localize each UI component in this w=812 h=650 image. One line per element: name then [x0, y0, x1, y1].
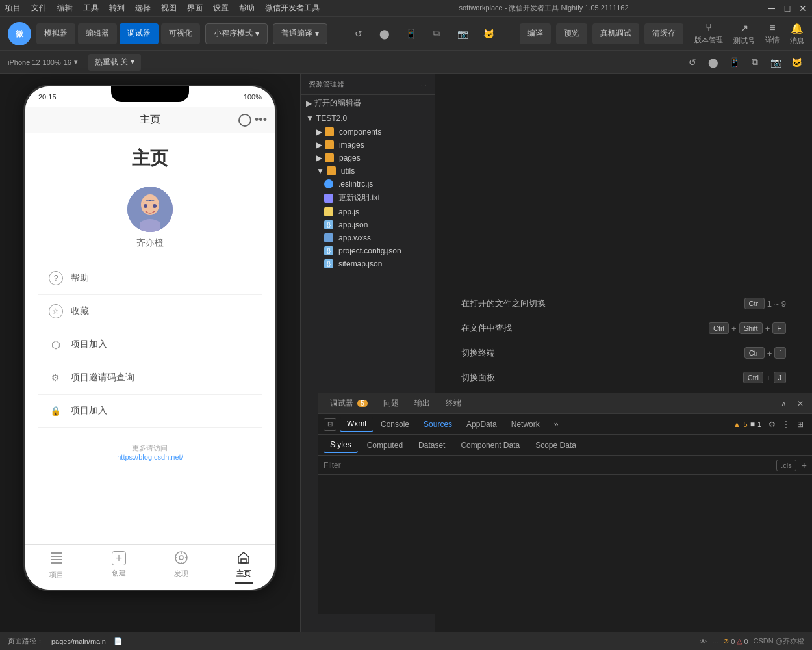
- main-area: 20:15 100% 主页 ••• 主页: [0, 74, 812, 632]
- cat-simulator-icon[interactable]: 🐱: [789, 55, 804, 70]
- status-bar-right: 👁 ··· ⊘ 0 △ 0 CSDN @齐亦橙: [700, 636, 804, 646]
- clearcache-button[interactable]: 清缓存: [644, 23, 683, 44]
- debugger-button[interactable]: 调试器: [120, 23, 159, 44]
- file-tree: ▶ 打开的编辑器 ▼ TEST2.0 ▶ components ▶ images…: [301, 95, 435, 270]
- stop-icon[interactable]: ⬤: [375, 25, 394, 43]
- debug-tab-debugger[interactable]: 调试器 5: [324, 395, 374, 411]
- file-projectconfig[interactable]: {} project.config.json: [301, 244, 435, 257]
- program-mode-dropdown[interactable]: 小程序模式 ▾: [205, 23, 268, 44]
- hotreload-button[interactable]: 热重载 关 ▾: [88, 54, 141, 71]
- refresh-simulator-icon[interactable]: ↺: [685, 55, 700, 70]
- explorer-more-icon[interactable]: ···: [421, 81, 427, 88]
- notification-button[interactable]: 🔔 消息: [790, 22, 804, 46]
- menu-item-edit[interactable]: 编辑: [57, 3, 73, 14]
- folder-images[interactable]: ▶ images: [301, 138, 435, 151]
- visual-button[interactable]: 可视化: [161, 23, 200, 44]
- editor-button[interactable]: 编辑器: [78, 23, 117, 44]
- test-number-button[interactable]: ↗ 测试号: [733, 22, 755, 46]
- devtools-tab-appdata[interactable]: AppData: [460, 417, 503, 432]
- phone-simulator-icon[interactable]: 📱: [726, 55, 742, 70]
- copy-icon[interactable]: ⧉: [427, 25, 446, 43]
- debug-tab-terminal[interactable]: 终端: [439, 395, 468, 411]
- simulator-button[interactable]: 模拟器: [36, 23, 75, 44]
- styles-tab-scope-data[interactable]: Scope Data: [529, 438, 583, 452]
- file-appjs[interactable]: app.js: [301, 205, 435, 218]
- file-sitemap[interactable]: {} sitemap.json: [301, 257, 435, 270]
- status-more-button[interactable]: ···: [712, 638, 718, 645]
- tab-discover[interactable]: 发现: [150, 551, 212, 584]
- menu-item-tools[interactable]: 工具: [83, 3, 99, 14]
- add-style-button[interactable]: +: [802, 460, 807, 471]
- close-button[interactable]: ✕: [799, 5, 807, 12]
- cat-icon[interactable]: 🐱: [479, 25, 498, 43]
- menu-item-interface[interactable]: 界面: [187, 3, 203, 14]
- phone-menu-favorites[interactable]: ☆ 收藏: [38, 295, 262, 328]
- screenshot-simulator-icon[interactable]: 📷: [768, 55, 783, 70]
- phone-menu-help[interactable]: ? 帮助: [38, 262, 262, 295]
- screenshot-icon[interactable]: 📷: [453, 25, 472, 43]
- menu-item-file[interactable]: 文件: [31, 3, 47, 14]
- phone-tab-bar: 项目 + 创建 发现 主页: [25, 544, 275, 590]
- cls-button[interactable]: .cls: [776, 460, 796, 471]
- debug-tab-issues[interactable]: 问题: [377, 395, 405, 411]
- phone-menu-lock-join[interactable]: 🔒 项目加入: [38, 395, 262, 428]
- folder-components[interactable]: ▶ components: [301, 125, 435, 138]
- version-mgmt-button[interactable]: ⑂ 版本管理: [694, 22, 723, 45]
- more-icon[interactable]: ⋮: [780, 418, 793, 431]
- styles-tab-dataset[interactable]: Dataset: [412, 438, 451, 452]
- compile-button[interactable]: 编译: [520, 23, 551, 44]
- detail-button[interactable]: ≡ 详情: [765, 22, 780, 45]
- devtools-tab-wxml[interactable]: Wxml: [340, 417, 373, 432]
- compile-mode-dropdown[interactable]: 普通编译 ▾: [273, 23, 327, 44]
- status-eye-button[interactable]: 👁: [700, 638, 707, 645]
- status-bar: 页面路径： pages/main/main 📄 👁 ··· ⊘ 0 △ 0 CS…: [0, 632, 812, 650]
- realdev-button[interactable]: 真机调试: [592, 23, 639, 44]
- phone-link[interactable]: https://blog.csdn.net/: [117, 453, 183, 461]
- settings-icon[interactable]: ⚙: [765, 418, 778, 431]
- file-appjson[interactable]: {} app.json: [301, 218, 435, 231]
- debug-tab-output[interactable]: 输出: [408, 395, 437, 411]
- devtools-cursor-icon[interactable]: ⊡: [324, 418, 336, 431]
- phone-menu-join-project[interactable]: ⬡ 项目加入: [38, 328, 262, 361]
- devtools-tab-console[interactable]: Console: [374, 417, 416, 432]
- collapse-icon[interactable]: ∧: [777, 397, 790, 410]
- csdn-credit: CSDN @齐亦橙: [754, 636, 804, 646]
- menu-item-project[interactable]: 项目: [5, 3, 21, 14]
- styles-filter-input[interactable]: [324, 461, 771, 470]
- folder-utils[interactable]: ▼ utils: [301, 164, 435, 177]
- menu-item-help[interactable]: 帮助: [239, 3, 255, 14]
- toolbar-mode-group: 模拟器 编辑器 调试器 可视化: [36, 23, 200, 44]
- refresh-icon[interactable]: ↺: [349, 25, 368, 43]
- devtools-more-tabs[interactable]: »: [548, 417, 565, 432]
- menu-item-settings[interactable]: 设置: [213, 3, 229, 14]
- devtools-tab-network[interactable]: Network: [505, 417, 546, 432]
- tab-home[interactable]: 主页: [212, 551, 275, 584]
- open-editors-section[interactable]: ▶ 打开的编辑器: [301, 95, 435, 111]
- maximize-button[interactable]: □: [783, 5, 791, 12]
- folder-pages[interactable]: ▶ pages: [301, 151, 435, 164]
- dock-icon[interactable]: ⊞: [794, 418, 807, 431]
- window-title: softworkplace - 微信开发者工具 Nightly 1.05.211…: [330, 3, 757, 13]
- styles-tab-styles[interactable]: Styles: [324, 437, 358, 453]
- preview-button[interactable]: 预览: [556, 23, 587, 44]
- copy-simulator-icon[interactable]: ⧉: [747, 55, 763, 70]
- tab-project[interactable]: 项目: [25, 550, 88, 585]
- file-changelog[interactable]: 更新说明.txt: [301, 190, 435, 205]
- file-appwxss[interactable]: app.wxss: [301, 231, 435, 244]
- phone-icon[interactable]: 📱: [401, 25, 420, 43]
- menu-item-select[interactable]: 选择: [135, 3, 151, 14]
- menu-item-wechat[interactable]: 微信开发者工具: [265, 3, 320, 14]
- stop-simulator-icon[interactable]: ⬤: [705, 55, 721, 70]
- menu-item-view[interactable]: 视图: [161, 3, 177, 14]
- close-panel-icon[interactable]: ✕: [794, 397, 807, 410]
- tab-create[interactable]: + 创建: [88, 551, 150, 583]
- styles-tab-component-data[interactable]: Component Data: [454, 438, 526, 452]
- styles-tab-computed[interactable]: Computed: [361, 438, 409, 452]
- file-eslintrc[interactable]: .eslintrc.js: [301, 177, 435, 190]
- devtools-tab-sources[interactable]: Sources: [417, 417, 459, 432]
- phone-menu-invite-code[interactable]: ⚙ 项目邀请码查询: [38, 361, 262, 395]
- minimize-button[interactable]: ─: [768, 5, 776, 12]
- phone-nav-circle: [238, 114, 251, 127]
- project-root-section[interactable]: ▼ TEST2.0: [301, 111, 435, 125]
- menu-item-goto[interactable]: 转到: [109, 3, 125, 14]
